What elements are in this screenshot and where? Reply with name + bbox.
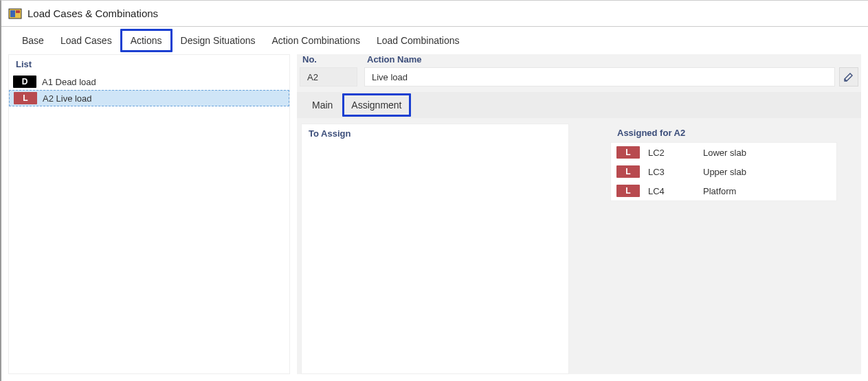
assigned-item[interactable]: L LC4 Platform <box>611 181 836 200</box>
list-item-label: A2 Live load <box>43 93 92 104</box>
to-assign-panel: To Assign <box>301 124 569 374</box>
form-row: No. Action Name <box>297 54 861 86</box>
no-group: No. <box>300 54 357 86</box>
app-icon <box>8 7 22 21</box>
to-assign-header: To Assign <box>302 124 568 143</box>
main-tabbar: Base Load Cases Actions Design Situation… <box>1 27 868 54</box>
list-item[interactable]: D A1 Dead load <box>9 73 289 90</box>
action-name-field[interactable] <box>364 67 835 86</box>
load-badge: L <box>616 165 640 178</box>
svg-rect-1 <box>10 10 15 17</box>
live-load-badge: L <box>14 92 37 104</box>
pencil-icon <box>843 71 854 82</box>
tab-load-cases[interactable]: Load Cases <box>52 31 120 50</box>
lc-name: Lower slab <box>703 148 831 158</box>
list-item[interactable]: L A2 Live load <box>9 90 289 106</box>
details-panel: No. Action Name Main Assign <box>297 54 861 374</box>
lc-code: LC2 <box>648 148 695 158</box>
lc-name: Upper slab <box>703 167 831 177</box>
action-list: D A1 Dead load L A2 Live load <box>9 73 289 373</box>
load-badge: L <box>616 185 640 197</box>
action-name-label: Action Name <box>364 54 858 65</box>
title-bar: Load Cases & Combinations <box>1 1 868 27</box>
subtab-main[interactable]: Main <box>305 95 340 115</box>
list-header: List <box>9 55 289 73</box>
lc-code: LC4 <box>648 186 695 196</box>
list-panel: List D A1 Dead load L A2 Live load <box>8 54 290 374</box>
edit-name-button[interactable] <box>839 67 858 86</box>
assigned-item[interactable]: L LC3 Upper slab <box>611 162 836 181</box>
action-name-group: Action Name <box>364 54 858 86</box>
assigned-panel: Assigned for A2 L LC2 Lower slab L LC3 U… <box>610 124 861 374</box>
svg-rect-2 <box>16 10 20 13</box>
dead-load-badge: D <box>13 76 36 88</box>
tab-actions[interactable]: Actions <box>120 29 173 52</box>
subtab-assignment[interactable]: Assignment <box>342 93 410 117</box>
assigned-header: Assigned for A2 <box>610 124 861 142</box>
lc-name: Platform <box>703 186 831 196</box>
list-item-label: A1 Dead load <box>42 77 96 87</box>
content-area: List D A1 Dead load L A2 Live load No. A… <box>1 54 868 381</box>
assigned-list: L LC2 Lower slab L LC3 Upper slab L LC4 … <box>610 142 837 201</box>
load-badge: L <box>616 146 640 159</box>
lc-code: LC3 <box>648 167 695 177</box>
tab-base[interactable]: Base <box>14 31 52 50</box>
tab-load-combinations[interactable]: Load Combinations <box>368 31 468 50</box>
tab-design-situations[interactable]: Design Situations <box>173 31 264 50</box>
sub-tabbar: Main Assignment <box>297 92 861 118</box>
window-title: Load Cases & Combinations <box>27 8 158 19</box>
tab-action-combinations[interactable]: Action Combinations <box>264 31 368 50</box>
no-field[interactable] <box>300 67 357 86</box>
no-label: No. <box>300 54 357 65</box>
assigned-item[interactable]: L LC2 Lower slab <box>611 143 836 162</box>
assignment-pane: To Assign Assigned for A2 L LC2 Lower sl… <box>297 124 861 374</box>
